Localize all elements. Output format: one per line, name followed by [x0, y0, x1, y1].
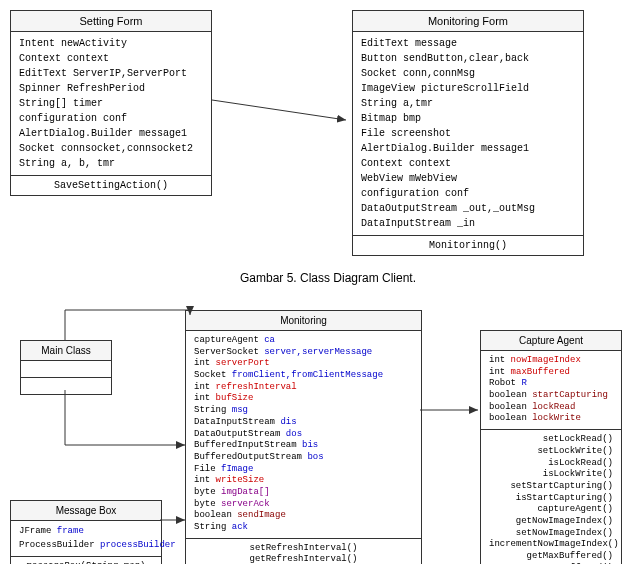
- attribute-line: configuration conf: [361, 186, 575, 201]
- operation-line: setNowImageIndex(): [489, 528, 613, 540]
- attribute-line: configuration conf: [19, 111, 203, 126]
- class-title: Main Class: [21, 341, 111, 361]
- capture-agent-class: Capture Agent int nowImageIndexint maxBu…: [480, 330, 622, 564]
- attribute-line: boolean startCapturing: [489, 390, 613, 402]
- operation-line: getRefreshInterval(): [194, 554, 413, 564]
- attribute-line: File screenshot: [361, 126, 575, 141]
- attribute-line: Button sendButton,clear,back: [361, 51, 575, 66]
- attribute-line: DataOutputStream dos: [194, 429, 413, 441]
- class-operations: setLockRead()setLockWrite()isLockRead()i…: [481, 430, 621, 564]
- attribute-line: boolean sendImage: [194, 510, 413, 522]
- attribute-line: Spinner RefreshPeriod: [19, 81, 203, 96]
- attribute-line: String msg: [194, 405, 413, 417]
- attribute-line: boolean lockRead: [489, 402, 613, 414]
- class-title: Capture Agent: [481, 331, 621, 351]
- attribute-line: int nowImageIndex: [489, 355, 613, 367]
- attribute-line: Bitmap bmp: [361, 111, 575, 126]
- class-attributes: captureAgent caServerSocket server,serve…: [186, 331, 421, 539]
- attribute-line: String a, b, tmr: [19, 156, 203, 171]
- attribute-line: EditText ServerIP,ServerPort: [19, 66, 203, 81]
- attribute-line: Robot R: [489, 378, 613, 390]
- attribute-line: EditText message: [361, 36, 575, 51]
- attribute-line: DataOutputStream _out,_outMsg: [361, 201, 575, 216]
- class-attributes: EditText messageButton sendButton,clear,…: [353, 32, 583, 236]
- class-operation: Monitorinng(): [353, 236, 583, 255]
- operation-line: captureAgent(): [489, 504, 613, 516]
- attribute-line: Context context: [19, 51, 203, 66]
- attribute-line: byte imgData[]: [194, 487, 413, 499]
- class-operation: SaveSettingAction(): [11, 176, 211, 195]
- operation-line: isLockWrite(): [489, 469, 613, 481]
- operation-line: isLockRead(): [489, 458, 613, 470]
- monitoring-class: Monitoring captureAgent caServerSocket s…: [185, 310, 422, 564]
- attribute-line: WebView mWebView: [361, 171, 575, 186]
- attribute-line: BufferedInputStream bis: [194, 440, 413, 452]
- attribute-line: Context context: [361, 156, 575, 171]
- attribute-line: DataInputStream _in: [361, 216, 575, 231]
- attribute-line: Socket fromClient,fromClientMessage: [194, 370, 413, 382]
- class-title: Message Box: [11, 501, 161, 521]
- operation-line: setLockRead(): [489, 434, 613, 446]
- class-attributes: int nowImageIndexint maxBufferedRobot Rb…: [481, 351, 621, 430]
- attribute-line: ProcessBuilder processBuilder: [19, 539, 153, 553]
- attribute-line: Intent newActivity: [19, 36, 203, 51]
- attribute-line: String a,tmr: [361, 96, 575, 111]
- operation-line: setRefreshInterval(): [194, 543, 413, 555]
- attribute-line: int serverPort: [194, 358, 413, 370]
- svg-line-0: [212, 100, 346, 120]
- attribute-line: byte serverAck: [194, 499, 413, 511]
- message-box-class: Message Box JFrame frameProcessBuilder p…: [10, 500, 162, 564]
- figure-caption: Gambar 5. Class Diagram Client.: [10, 271, 636, 285]
- operation-line: setLockWrite(): [489, 446, 613, 458]
- class-operations: [21, 378, 111, 394]
- attribute-line: Socket conn,connMsg: [361, 66, 575, 81]
- attribute-line: String[] timer: [19, 96, 203, 111]
- attribute-line: JFrame frame: [19, 525, 153, 539]
- attribute-line: String ack: [194, 522, 413, 534]
- class-operations: setRefreshInterval()getRefreshInterval()…: [186, 539, 421, 564]
- class-attributes: JFrame frameProcessBuilder processBuilde…: [11, 521, 161, 557]
- attribute-line: File fImage: [194, 464, 413, 476]
- class-attributes: [21, 361, 111, 378]
- attribute-line: ServerSocket server,serverMessage: [194, 347, 413, 359]
- attribute-line: DataInputStream dis: [194, 417, 413, 429]
- operation-line: isStartCapturing(): [489, 493, 613, 505]
- attribute-line: int bufSize: [194, 393, 413, 405]
- attribute-line: boolean lockWrite: [489, 413, 613, 425]
- operation-line: setStartCapturing(): [489, 481, 613, 493]
- server-diagram: Main Class Message Box JFrame frameProce…: [10, 300, 636, 564]
- class-attributes: Intent newActivityContext contextEditTex…: [11, 32, 211, 176]
- attribute-line: ImageView pictureScrollField: [361, 81, 575, 96]
- attribute-line: int maxBuffered: [489, 367, 613, 379]
- attribute-line: Socket connsocket,connsocket2: [19, 141, 203, 156]
- attribute-line: BufferedOutputStream bos: [194, 452, 413, 464]
- monitoring-form-class: Monitoring Form EditText messageButton s…: [352, 10, 584, 256]
- setting-form-class: Setting Form Intent newActivityContext c…: [10, 10, 212, 196]
- attribute-line: AlertDialog.Builder message1: [19, 126, 203, 141]
- attribute-line: AlertDialog.Builder message1: [361, 141, 575, 156]
- operation-line: incrementNowImageIndex(): [489, 539, 613, 551]
- class-title: Monitoring Form: [353, 11, 583, 32]
- operation-line: getMaxBuffered(): [489, 551, 613, 563]
- attribute-line: int writeSize: [194, 475, 413, 487]
- class-title: Setting Form: [11, 11, 211, 32]
- class-title: Monitoring: [186, 311, 421, 331]
- operation-line: getNowImageIndex(): [489, 516, 613, 528]
- attribute-line: int refreshInterval: [194, 382, 413, 394]
- class-operation: messageBox(String msg): [11, 557, 161, 564]
- client-diagram: Setting Form Intent newActivityContext c…: [10, 10, 636, 256]
- attribute-line: captureAgent ca: [194, 335, 413, 347]
- main-class: Main Class: [20, 340, 112, 395]
